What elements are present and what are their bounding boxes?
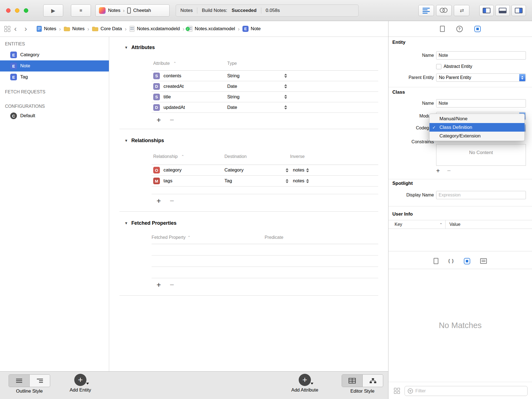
add-attribute-group: + Add Attribute xyxy=(288,374,322,393)
entity-name-input[interactable] xyxy=(436,51,526,60)
remove-attribute-row-button[interactable]: − xyxy=(170,116,174,124)
display-name-input[interactable] xyxy=(436,191,526,199)
library-filter-field[interactable] xyxy=(405,386,528,396)
graph-icon xyxy=(369,378,377,383)
attributes-section-header[interactable]: ▼ Attributes xyxy=(109,44,388,51)
editor-style-label: Editor Style xyxy=(341,388,383,394)
add-fetched-property-button[interactable]: + xyxy=(157,281,161,289)
disclosure-triangle-icon[interactable]: ▼ xyxy=(124,45,128,50)
toggle-navigator-button[interactable] xyxy=(479,5,494,16)
sidebar-item-default[interactable]: C Default xyxy=(0,110,109,121)
toggle-debug-area-button[interactable] xyxy=(495,5,510,16)
remove-constraint-button[interactable]: − xyxy=(447,167,451,175)
add-constraint-button[interactable]: + xyxy=(436,167,440,175)
hierarchical-list-icon xyxy=(36,378,44,383)
quick-help-icon[interactable]: ? xyxy=(456,26,463,32)
type-stepper-icon[interactable] xyxy=(284,74,287,78)
toggle-utilities-button[interactable] xyxy=(511,5,526,16)
class-section-title: Class xyxy=(392,89,405,96)
file-inspector-icon[interactable] xyxy=(440,26,445,32)
run-button[interactable]: ▶ xyxy=(43,4,63,17)
class-name-input[interactable] xyxy=(436,99,526,108)
forward-button[interactable]: › xyxy=(24,25,27,33)
column-header-value[interactable]: Value xyxy=(446,222,461,227)
disclosure-triangle-icon[interactable]: ▼ xyxy=(124,139,128,143)
type-stepper-icon[interactable] xyxy=(284,84,287,88)
breadcrumb-model-bundle[interactable]: Notes.xcdatamodeld xyxy=(129,26,180,32)
disclosure-triangle-icon[interactable]: ▼ xyxy=(124,221,128,225)
attribute-row[interactable]: Stitle String xyxy=(152,92,378,102)
type-stepper-icon[interactable] xyxy=(284,95,287,99)
abstract-entity-checkbox[interactable] xyxy=(436,64,441,69)
related-items-icon[interactable] xyxy=(4,26,10,32)
inverse-stepper-icon[interactable] xyxy=(306,168,309,172)
scheme-selector[interactable]: Notes › Cheetah xyxy=(95,4,170,17)
destination-stepper-icon[interactable] xyxy=(286,179,288,183)
file-template-library-icon[interactable] xyxy=(434,258,438,264)
data-model-inspector-icon[interactable] xyxy=(474,26,481,32)
sidebar-item-note[interactable]: E Note xyxy=(0,60,109,71)
breadcrumb: Notes › Notes › Core Data › Notes.xcdata… xyxy=(37,26,261,32)
popup-arrows-icon xyxy=(519,74,525,81)
breadcrumb-group[interactable]: Core Data xyxy=(92,26,122,32)
media-library-icon[interactable] xyxy=(480,258,487,264)
attribute-row[interactable]: DcreatedAt Date xyxy=(152,81,378,92)
column-header-predicate[interactable]: Predicate xyxy=(265,235,283,240)
column-header-relationship[interactable]: Relationship ⌃ xyxy=(152,154,224,159)
minimize-window-button[interactable] xyxy=(15,8,19,13)
back-button[interactable]: ‹ xyxy=(14,25,17,33)
stop-button[interactable]: ■ xyxy=(71,4,91,17)
fetch-requests-section-header: FETCH REQUESTS xyxy=(0,88,109,96)
standard-editor-button[interactable] xyxy=(418,5,434,16)
inverse-stepper-icon[interactable] xyxy=(306,179,309,183)
version-editor-button[interactable]: ⇄ xyxy=(454,5,469,16)
relationship-row[interactable]: Ocategory Category notes xyxy=(152,165,378,176)
parent-entity-row: Parent Entity No Parent Entity xyxy=(388,73,532,82)
column-header-type[interactable]: Type xyxy=(227,61,237,66)
dropdown-triangle-icon xyxy=(86,383,89,386)
attribute-row[interactable]: Scontents String xyxy=(152,71,378,81)
attribute-row[interactable]: DupdatedAt Date xyxy=(152,102,378,113)
add-relationship-row-button[interactable]: + xyxy=(157,197,161,205)
breadcrumb-group[interactable]: Notes xyxy=(64,26,85,32)
remove-relationship-row-button[interactable]: − xyxy=(170,197,174,205)
add-attribute-row-button[interactable]: + xyxy=(157,116,161,124)
relationship-row[interactable]: Mtags Tag notes xyxy=(152,176,378,186)
standard-editor-icon xyxy=(423,8,430,14)
library-grid-toggle-icon[interactable] xyxy=(394,388,400,394)
breadcrumb-project[interactable]: Notes xyxy=(37,26,56,32)
breadcrumb-model-version[interactable]: ✓ Notes.xcdatamodel xyxy=(187,26,235,32)
editor-style-table-button[interactable] xyxy=(342,375,362,387)
fetched-properties-section-header[interactable]: ▼ Fetched Properties xyxy=(109,219,388,227)
plus-icon: + xyxy=(302,376,307,384)
column-header-inverse[interactable]: Inverse xyxy=(290,154,305,159)
destination-stepper-icon[interactable] xyxy=(286,168,288,172)
type-stepper-icon[interactable] xyxy=(284,105,287,109)
menu-item-manual-none[interactable]: Manual/None xyxy=(429,114,525,123)
sidebar-item-tag[interactable]: E Tag xyxy=(0,71,109,83)
column-header-attribute[interactable]: Attribute ⌃ xyxy=(152,61,227,66)
section-divider xyxy=(388,251,532,251)
library-filter-input[interactable] xyxy=(415,388,525,394)
zoom-window-button[interactable] xyxy=(24,8,28,13)
breadcrumb-entity[interactable]: E Note xyxy=(242,26,261,32)
menu-item-category-extension[interactable]: Category/Extension xyxy=(429,132,525,140)
menu-item-class-definition[interactable]: ✓ Class Definition xyxy=(429,123,525,132)
assistant-editor-button[interactable] xyxy=(436,5,452,16)
outline-style-list-button[interactable] xyxy=(9,375,29,387)
column-header-destination[interactable]: Destination xyxy=(224,154,284,159)
column-header-key[interactable]: Key ⌃ xyxy=(388,222,445,227)
column-header-fetched-property[interactable]: Fetched Property ⌃ xyxy=(152,235,265,240)
close-window-button[interactable] xyxy=(6,8,11,13)
sidebar-item-category[interactable]: E Category xyxy=(0,49,109,60)
relationships-section-header[interactable]: ▼ Relationships xyxy=(109,137,388,144)
configurations-section-header: CONFIGURATIONS xyxy=(0,103,109,110)
editor-style-graph-button[interactable] xyxy=(362,375,383,387)
remove-fetched-property-button[interactable]: − xyxy=(170,281,174,289)
add-attribute-button[interactable]: + xyxy=(299,374,311,386)
constraints-label: Constraints xyxy=(388,139,434,144)
parent-entity-popup[interactable]: No Parent Entity xyxy=(436,73,526,82)
code-snippet-library-icon[interactable]: { } xyxy=(448,258,454,264)
outline-style-hierarchy-button[interactable] xyxy=(29,375,50,387)
add-entity-button[interactable]: + xyxy=(74,374,86,386)
